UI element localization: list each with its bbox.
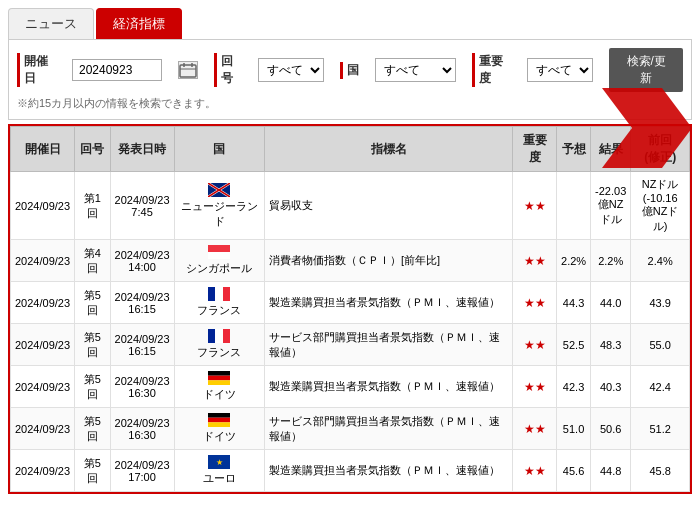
table-row: 2024/09/23第1回2024/09/23 7:45ニュージーランド貿易収支… — [11, 172, 690, 240]
svg-rect-1 — [180, 65, 196, 77]
cell-result: 44.8 — [591, 450, 631, 492]
cell-datetime: 2024/09/23 16:30 — [110, 408, 174, 450]
cell-result: 2.2% — [591, 240, 631, 282]
cell-round: 第1回 — [75, 172, 110, 240]
cell-prev: 51.2 — [631, 408, 690, 450]
svg-rect-12 — [208, 287, 215, 301]
cell-indicator: 貿易収支 — [264, 172, 513, 240]
cell-datetime: 2024/09/23 16:15 — [110, 324, 174, 366]
cell-forecast: 44.3 — [557, 282, 591, 324]
tab-news[interactable]: ニュース — [8, 8, 94, 39]
cell-prev: 42.4 — [631, 366, 690, 408]
cell-importance: ★★ — [513, 366, 557, 408]
cell-datetime: 2024/09/23 16:30 — [110, 366, 174, 408]
filter-row: 開催日 回号 すべて 国 すべて 重要度 すべて 検索/更新 — [17, 48, 683, 92]
table-row: 2024/09/23第5回2024/09/23 16:15フランス製造業購買担当… — [11, 282, 690, 324]
cell-country: ★ユーロ — [174, 450, 264, 492]
table-row: 2024/09/23第5回2024/09/23 16:30ドイツサービス部門購買… — [11, 408, 690, 450]
cell-datetime: 2024/09/23 16:15 — [110, 282, 174, 324]
cell-importance: ★★ — [513, 408, 557, 450]
cell-date: 2024/09/23 — [11, 324, 75, 366]
svg-rect-20 — [208, 380, 230, 385]
cell-prev: NZドル (-10.16 億NZドル) — [631, 172, 690, 240]
table-row: 2024/09/23第5回2024/09/23 17:00★ユーロ製造業購買担当… — [11, 450, 690, 492]
cell-date: 2024/09/23 — [11, 366, 75, 408]
cell-datetime: 2024/09/23 17:00 — [110, 450, 174, 492]
col-forecast: 予想 — [557, 127, 591, 172]
cell-date: 2024/09/23 — [11, 450, 75, 492]
cell-indicator: 消費者物価指数（ＣＰＩ）[前年比] — [264, 240, 513, 282]
cell-indicator: 製造業購買担当者景気指数（ＰＭＩ、速報値） — [264, 450, 513, 492]
cell-result: -22.03 億NZ ドル — [591, 172, 631, 240]
svg-rect-14 — [223, 287, 230, 301]
svg-rect-16 — [215, 329, 223, 343]
svg-rect-21 — [208, 413, 230, 418]
svg-rect-11 — [208, 252, 230, 259]
filter-area: 開催日 回号 すべて 国 すべて 重要度 すべて 検索/更新 ※約15カ月以内の… — [8, 39, 692, 120]
cell-result: 40.3 — [591, 366, 631, 408]
col-prev: 前回 (修正) — [631, 127, 690, 172]
tab-econ[interactable]: 経済指標 — [96, 8, 182, 39]
importance-select[interactable]: すべて — [527, 58, 593, 82]
tab-news-label: ニュース — [25, 16, 77, 31]
cell-forecast: 2.2% — [557, 240, 591, 282]
svg-rect-10 — [208, 245, 230, 252]
cell-forecast — [557, 172, 591, 240]
cell-importance: ★★ — [513, 282, 557, 324]
cell-indicator: 製造業購買担当者景気指数（ＰＭＩ、速報値） — [264, 282, 513, 324]
table-row: 2024/09/23第5回2024/09/23 16:30ドイツ製造業購買担当者… — [11, 366, 690, 408]
cell-country: ドイツ — [174, 366, 264, 408]
col-result: 結果 — [591, 127, 631, 172]
cell-date: 2024/09/23 — [11, 408, 75, 450]
cell-importance: ★★ — [513, 172, 557, 240]
cell-result: 44.0 — [591, 282, 631, 324]
cell-country: フランス — [174, 324, 264, 366]
svg-rect-19 — [208, 376, 230, 381]
tab-econ-label: 経済指標 — [113, 16, 165, 31]
cell-country: ニュージーランド — [174, 172, 264, 240]
svg-rect-18 — [208, 371, 230, 376]
cell-country: フランス — [174, 282, 264, 324]
cell-country: ドイツ — [174, 408, 264, 450]
cell-round: 第4回 — [75, 240, 110, 282]
cell-indicator: サービス部門購買担当者景気指数（ＰＭＩ、速報値） — [264, 408, 513, 450]
col-round: 回号 — [75, 127, 110, 172]
cell-round: 第5回 — [75, 408, 110, 450]
cell-prev: 2.4% — [631, 240, 690, 282]
svg-rect-15 — [208, 329, 215, 343]
date-picker-icon[interactable] — [178, 61, 198, 79]
round-select[interactable]: すべて — [258, 58, 324, 82]
svg-rect-23 — [208, 422, 230, 427]
cell-forecast: 42.3 — [557, 366, 591, 408]
cell-prev: 55.0 — [631, 324, 690, 366]
svg-rect-17 — [223, 329, 230, 343]
cell-date: 2024/09/23 — [11, 172, 75, 240]
filter-hint: ※約15カ月以内の情報を検索できます。 — [17, 96, 683, 111]
svg-text:★: ★ — [216, 458, 223, 467]
cell-prev: 45.8 — [631, 450, 690, 492]
tab-bar: ニュース 経済指標 — [0, 0, 700, 39]
cell-importance: ★★ — [513, 450, 557, 492]
col-datetime: 発表日時 — [110, 127, 174, 172]
col-indicator: 指標名 — [264, 127, 513, 172]
date-filter-label: 開催日 — [17, 53, 56, 87]
table-row: 2024/09/23第4回2024/09/23 14:00シンガポール消費者物価… — [11, 240, 690, 282]
cell-round: 第5回 — [75, 450, 110, 492]
cell-result: 48.3 — [591, 324, 631, 366]
country-select[interactable]: すべて — [375, 58, 456, 82]
cell-datetime: 2024/09/23 7:45 — [110, 172, 174, 240]
country-filter-label: 国 — [340, 62, 359, 79]
cell-forecast: 45.6 — [557, 450, 591, 492]
round-filter-label: 回号 — [214, 53, 242, 87]
search-button[interactable]: 検索/更新 — [609, 48, 683, 92]
col-date: 開催日 — [11, 127, 75, 172]
cell-indicator: 製造業購買担当者景気指数（ＰＭＩ、速報値） — [264, 366, 513, 408]
data-table: 開催日 回号 発表日時 国 指標名 重要度 予想 結果 前回 (修正) 2024… — [10, 126, 690, 492]
col-importance: 重要度 — [513, 127, 557, 172]
cell-round: 第5回 — [75, 282, 110, 324]
cell-country: シンガポール — [174, 240, 264, 282]
date-input[interactable] — [72, 59, 162, 81]
cell-prev: 43.9 — [631, 282, 690, 324]
svg-rect-22 — [208, 418, 230, 423]
cell-indicator: サービス部門購買担当者景気指数（ＰＭＩ、速報値） — [264, 324, 513, 366]
